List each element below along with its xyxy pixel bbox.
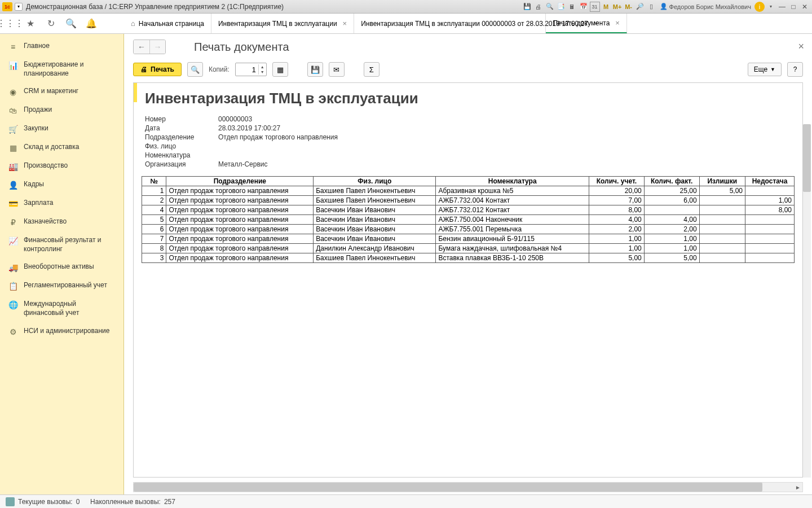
table-row[interactable]: 2Отдел продаж торгового направленияБахши… (142, 196, 795, 205)
tab-label: Начальная страница (139, 20, 204, 28)
table-row[interactable]: 7Отдел продаж торгового направленияВасеч… (142, 234, 795, 244)
user-label[interactable]: 👤Федоров Борис Михайлович (660, 3, 751, 10)
user-icon: 👤 (660, 3, 668, 10)
sidebar-item[interactable]: 📈Финансовый результат и контроллинг (0, 231, 123, 258)
table-cell: 6,00 (644, 196, 699, 205)
tab[interactable]: Инвентаризация ТМЦ в эксплуатации 000000… (354, 14, 546, 33)
table-cell (745, 234, 795, 244)
sidebar-item-icon: 🛍 (8, 106, 18, 115)
table-row[interactable]: 8Отдел продаж торгового направленияДанил… (142, 244, 795, 253)
mem-mplus[interactable]: M+ (612, 2, 623, 12)
apps-icon[interactable]: ⋮⋮⋮ (0, 14, 20, 34)
sidebar-item-icon: 🚚 (8, 263, 18, 272)
sidebar-item-label: Бюджетирование и планирование (24, 60, 116, 78)
panel-toggle-icon[interactable]: ▯ (646, 2, 656, 12)
notifications-icon[interactable]: 🔔 (81, 14, 102, 34)
sidebar-item[interactable]: 📋Регламентированный учет (0, 277, 123, 295)
app-menu-dropdown[interactable]: ▾ (15, 3, 23, 11)
sidebar-item[interactable]: 👤Кадры (0, 176, 123, 194)
sidebar-item[interactable]: 🏭Производство (0, 157, 123, 176)
hscroll-thumb[interactable] (134, 483, 762, 492)
search-icon[interactable]: 🔍 (61, 14, 81, 34)
date-icon[interactable]: 31 (590, 2, 600, 12)
hscroll-right[interactable]: ► (793, 483, 802, 492)
sidebar-item[interactable]: ⚙НСИ и администрирование (0, 322, 123, 341)
sidebar-item[interactable]: 🛒Закупки (0, 120, 123, 138)
table-row[interactable]: 6Отдел продаж торгового направленияВасеч… (142, 225, 795, 234)
calculator-icon[interactable]: 🖩 (567, 2, 577, 12)
table-cell (745, 186, 795, 196)
sidebar-item[interactable]: ◉CRM и маркетинг (0, 82, 123, 101)
tab-close-icon[interactable]: × (343, 19, 347, 28)
vertical-scrollbar[interactable] (803, 124, 811, 478)
table-cell: 1 (142, 186, 166, 196)
tab[interactable]: Печать документа× (546, 14, 627, 33)
table-cell: Васечкин Иван Иванович (314, 225, 436, 234)
table-cell: АЖБ7.732.004 Контакт (436, 196, 589, 205)
sidebar-item[interactable]: ▦Склад и доставка (0, 138, 123, 157)
table-cell: 4,00 (589, 215, 645, 225)
table-cell: Бахшиев Павел Иннокентьевич (314, 196, 436, 205)
table-cell: Васечкин Иван Иванович (314, 205, 436, 215)
mem-mminus[interactable]: M- (624, 2, 634, 12)
calendar-icon[interactable]: 📅 (579, 2, 589, 12)
page-close-icon[interactable]: × (798, 41, 804, 52)
doc-active-marker (134, 83, 137, 102)
copies-stepper[interactable]: ▲ ▼ (235, 63, 267, 76)
preview-icon[interactable]: 🔍 (545, 2, 555, 12)
table-cell: 8 (142, 244, 166, 253)
tabs: ⌂Начальная страницаИнвентаризация ТМЦ в … (124, 14, 812, 33)
copies-up[interactable]: ▲ (259, 64, 266, 69)
horizontal-scrollbar[interactable]: ◄ ► (133, 482, 803, 492)
table-header: № (142, 177, 166, 186)
save-doc-button[interactable]: 💾 (307, 62, 323, 77)
sidebar-item-label: Закупки (24, 124, 116, 133)
table-settings-button[interactable]: ▦ (272, 62, 288, 77)
compare-icon[interactable]: 📑 (556, 2, 566, 12)
save-icon[interactable]: 💾 (522, 2, 532, 12)
vscroll-thumb[interactable] (803, 124, 811, 192)
table-cell: 2,00 (644, 225, 699, 234)
favorite-icon[interactable]: ★ (20, 14, 41, 34)
maximize-button[interactable]: □ (788, 2, 798, 11)
sidebar-item-label: Кадры (24, 180, 116, 189)
tab[interactable]: ⌂Начальная страница (124, 14, 211, 33)
meta-key: Физ. лицо (145, 142, 218, 150)
table-cell: Васечкин Иван Иванович (314, 234, 436, 244)
zoom-icon[interactable]: 🔎 (635, 2, 645, 12)
tab[interactable]: Инвентаризация ТМЦ в эксплуатации× (211, 14, 354, 33)
help-button[interactable]: ? (787, 62, 803, 77)
sum-button[interactable]: Σ (364, 62, 379, 77)
status-acc-value: 257 (164, 498, 175, 506)
copies-input[interactable] (236, 65, 258, 74)
sidebar-item[interactable]: 💳Зарплата (0, 194, 123, 213)
copies-down[interactable]: ▼ (259, 69, 266, 75)
mem-m[interactable]: M (601, 2, 611, 12)
history-icon[interactable]: ↻ (41, 14, 61, 34)
email-button[interactable]: ✉ (329, 62, 345, 77)
table-row[interactable]: 4Отдел продаж торгового направленияВасеч… (142, 205, 795, 215)
minimize-button[interactable]: — (777, 2, 787, 11)
document-viewport[interactable]: Инвентаризация ТМЦ в эксплуатации Номер0… (133, 82, 803, 478)
table-row[interactable]: 3Отдел продаж торгового направленияБахши… (142, 253, 795, 263)
print-preview-button[interactable]: 🔍 (187, 62, 203, 77)
tab-close-icon[interactable]: × (615, 19, 620, 27)
forward-button[interactable]: → (149, 40, 165, 54)
info-icon[interactable]: i (754, 2, 765, 12)
sidebar-item[interactable]: ₽Казначейство (0, 213, 123, 231)
more-button[interactable]: Еще ▼ (748, 63, 782, 76)
sidebar-item[interactable]: ≡Главное (0, 37, 123, 56)
print-button[interactable]: 🖨 Печать (133, 63, 182, 76)
meta-key: Дата (145, 124, 218, 132)
sidebar-item[interactable]: 🌐Международный финансовый учет (0, 295, 123, 322)
table-row[interactable]: 5Отдел продаж торгового направленияВасеч… (142, 215, 795, 225)
close-button[interactable]: ✕ (800, 2, 810, 11)
sidebar-item-label: Регламентированный учет (24, 281, 116, 290)
info-dropdown-icon[interactable]: ▾ (766, 2, 776, 12)
table-row[interactable]: 1Отдел продаж торгового направленияБахши… (142, 186, 795, 196)
back-button[interactable]: ← (134, 40, 149, 54)
sidebar-item[interactable]: 🚚Внеоборотные активы (0, 258, 123, 277)
sidebar-item[interactable]: 📊Бюджетирование и планирование (0, 56, 123, 82)
print-icon[interactable]: 🖨 (533, 2, 544, 12)
sidebar-item[interactable]: 🛍Продажи (0, 101, 123, 120)
